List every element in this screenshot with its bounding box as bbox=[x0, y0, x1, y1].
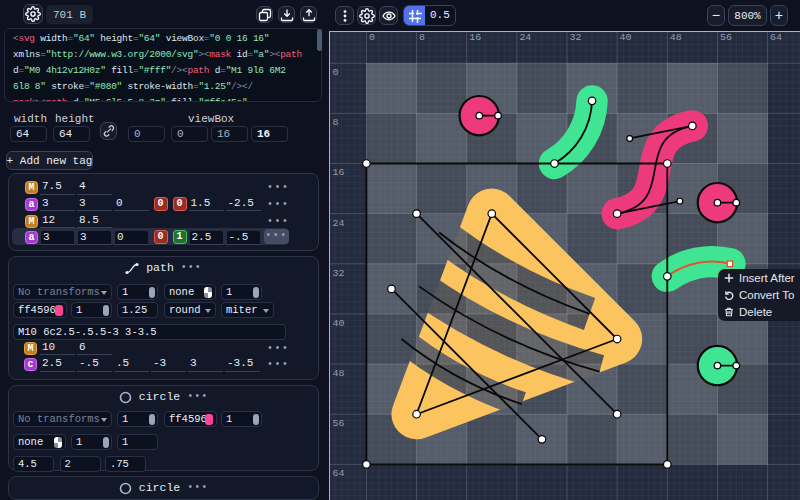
svg-text:56: 56 bbox=[332, 418, 344, 429]
svg-text:64: 64 bbox=[770, 32, 782, 43]
svg-text:24: 24 bbox=[519, 32, 531, 43]
svg-text:8: 8 bbox=[419, 32, 425, 43]
svg-text:24: 24 bbox=[332, 218, 344, 229]
svg-text:16: 16 bbox=[469, 32, 481, 43]
svg-text:32: 32 bbox=[569, 32, 581, 43]
svg-text:48: 48 bbox=[670, 32, 682, 43]
svg-text:32: 32 bbox=[332, 268, 344, 279]
svg-text:48: 48 bbox=[332, 368, 344, 379]
svg-text:64: 64 bbox=[332, 468, 344, 479]
svg-text:40: 40 bbox=[332, 318, 344, 329]
svg-text:16: 16 bbox=[332, 167, 344, 178]
svg-text:8: 8 bbox=[332, 117, 338, 128]
svg-text:0: 0 bbox=[369, 32, 375, 43]
svg-text:40: 40 bbox=[620, 32, 632, 43]
svg-text:56: 56 bbox=[720, 32, 732, 43]
svg-text:0: 0 bbox=[332, 67, 338, 78]
